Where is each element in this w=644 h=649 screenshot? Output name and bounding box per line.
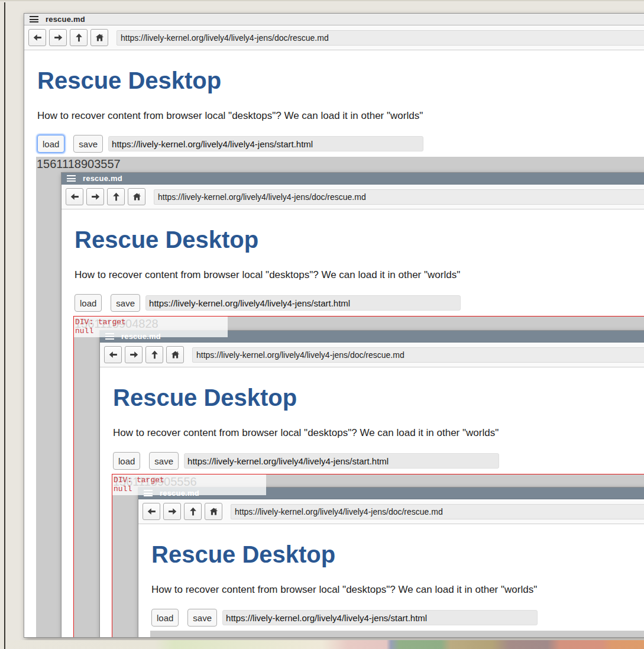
intro-paragraph: How to recover content from browser loca…: [151, 584, 644, 596]
page-content: Rescue Desktop How to recover content fr…: [24, 67, 644, 153]
home-button[interactable]: [90, 29, 108, 46]
page-title: Rescue Desktop: [113, 385, 644, 411]
page-title: Rescue Desktop: [151, 541, 644, 567]
probe-line-1: DIV: target: [75, 318, 126, 327]
page-title: Rescue Desktop: [75, 227, 644, 253]
load-save-row: load save: [75, 294, 644, 312]
browser-window-level-3: rescue.md https://lively-kernel.org/live…: [99, 330, 644, 637]
menu-icon[interactable]: [30, 16, 38, 22]
back-arrow-icon: [108, 350, 118, 360]
window-title: rescue.md: [83, 174, 122, 183]
desktop-area: 1561118905556 rescue.md: [112, 474, 644, 637]
forward-button[interactable]: [86, 188, 104, 205]
desktop-timestamp: 1561118903557: [37, 157, 121, 170]
forward-arrow-icon: [53, 33, 63, 43]
load-save-row: load save: [113, 452, 644, 470]
up-button[interactable]: [70, 29, 88, 46]
back-button[interactable]: [143, 503, 160, 520]
up-arrow-icon: [150, 350, 160, 360]
load-button[interactable]: load: [151, 609, 179, 627]
start-url-input[interactable]: [222, 610, 538, 625]
home-icon: [132, 192, 142, 202]
up-button[interactable]: [145, 346, 163, 363]
up-arrow-icon: [111, 192, 121, 202]
save-button[interactable]: save: [187, 609, 217, 627]
desktop-wallpaper: [0, 640, 644, 649]
environment-frame-line: [4, 2, 5, 649]
up-button[interactable]: [107, 188, 125, 205]
probe-line-2: null: [114, 485, 132, 493]
url-field[interactable]: https://lively-kernel.org/lively4/lively…: [192, 347, 644, 363]
load-button[interactable]: load: [75, 294, 102, 312]
window-title: rescue.md: [46, 15, 85, 24]
element-probe-overlay: DIV: targetnull: [112, 474, 266, 495]
save-button[interactable]: save: [111, 294, 140, 312]
home-button[interactable]: [128, 188, 145, 205]
back-arrow-icon: [147, 506, 157, 516]
load-save-row: load save: [151, 609, 644, 627]
load-button[interactable]: load: [113, 452, 140, 470]
navigation-bar: https://lively-kernel.org/lively4/lively…: [62, 185, 644, 209]
home-button[interactable]: [205, 503, 222, 520]
forward-button[interactable]: [49, 29, 67, 46]
forward-arrow-icon: [167, 506, 177, 516]
browser-window-level-4: rescue.md https://lively-kernel.org/live…: [138, 487, 644, 637]
load-save-row: load save: [37, 135, 644, 153]
browser-window-level-2: rescue.md https://lively-kernel.org/live…: [61, 172, 644, 637]
back-button[interactable]: [28, 29, 46, 46]
save-button[interactable]: save: [73, 135, 103, 153]
start-url-input[interactable]: [145, 295, 461, 311]
navigation-bar: https://lively-kernel.org/lively4/lively…: [100, 343, 644, 367]
page-content: Rescue Desktop How to recover content fr…: [62, 227, 644, 312]
up-arrow-icon: [74, 33, 84, 43]
desktop-area: 1561118904828 rescue.md https://lively-k…: [73, 316, 644, 637]
load-button[interactable]: load: [37, 135, 64, 153]
home-icon: [95, 33, 105, 43]
window-titlebar[interactable]: rescue.md: [62, 173, 644, 185]
window-titlebar[interactable]: rescue.md: [24, 14, 644, 25]
forward-button[interactable]: [125, 346, 143, 363]
page-content: Rescue Desktop How to recover content fr…: [138, 541, 644, 627]
desktop-area: 1561118903557 rescue.md https://lively-k…: [36, 157, 644, 637]
home-button[interactable]: [166, 346, 184, 363]
probe-line-2: null: [75, 327, 93, 335]
probe-line-1: DIV: target: [114, 476, 164, 485]
save-button[interactable]: save: [149, 452, 179, 470]
intro-paragraph: How to recover content from browser loca…: [113, 427, 644, 439]
navigation-bar: https://lively-kernel.org/lively4/lively…: [24, 25, 644, 50]
forward-arrow-icon: [129, 350, 139, 360]
intro-paragraph: How to recover content from browser loca…: [37, 110, 644, 122]
url-field[interactable]: https://lively-kernel.org/lively4/lively…: [231, 504, 644, 519]
forward-arrow-icon: [90, 192, 101, 202]
back-button[interactable]: [66, 188, 83, 205]
intro-paragraph: How to recover content from browser loca…: [75, 269, 644, 281]
page-content: Rescue Desktop How to recover content fr…: [100, 385, 644, 470]
url-field[interactable]: https://lively-kernel.org/lively4/lively…: [154, 189, 644, 205]
forward-button[interactable]: [163, 503, 181, 520]
back-arrow-icon: [70, 192, 80, 202]
url-field[interactable]: https://lively-kernel.org/lively4/lively…: [116, 30, 644, 46]
home-icon: [170, 350, 180, 360]
page-title: Rescue Desktop: [37, 67, 644, 93]
back-arrow-icon: [33, 33, 43, 43]
navigation-bar: https://lively-kernel.org/lively4/lively…: [138, 499, 644, 524]
home-icon: [209, 506, 219, 516]
desktop-area: [150, 631, 644, 637]
up-button[interactable]: [184, 503, 202, 520]
up-arrow-icon: [188, 506, 198, 516]
environment-top-edge: [0, 0, 644, 1]
start-url-input[interactable]: [108, 136, 423, 151]
element-probe-overlay: DIV: targetnull: [74, 317, 228, 337]
start-url-input[interactable]: [184, 453, 499, 469]
browser-window-level-1: rescue.md https://lively-kernel.org/live…: [24, 13, 644, 638]
menu-icon[interactable]: [67, 175, 76, 182]
back-button[interactable]: [104, 346, 122, 363]
